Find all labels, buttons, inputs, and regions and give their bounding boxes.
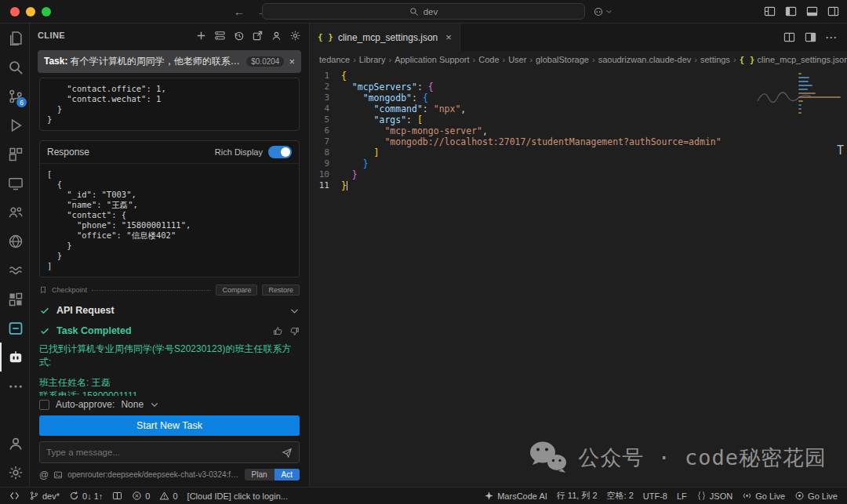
account-icon[interactable] bbox=[271, 30, 282, 42]
checkpoint-compare-button[interactable]: Compare bbox=[216, 285, 257, 296]
breadcrumb-item[interactable]: Library bbox=[359, 55, 386, 64]
activity-item-waves[interactable] bbox=[0, 256, 29, 285]
status-editor-layout[interactable] bbox=[107, 488, 127, 504]
status-go-live-2[interactable]: Go Live bbox=[790, 488, 842, 504]
cline-header: CLINE bbox=[30, 24, 309, 47]
activity-item-manage-settings[interactable] bbox=[0, 458, 29, 487]
more-actions-icon[interactable]: ··· bbox=[826, 32, 838, 43]
breadcrumb-item[interactable]: Application Support bbox=[394, 55, 469, 64]
status-problems-warnings[interactable]: 0 bbox=[154, 488, 182, 504]
command-center-search[interactable]: dev bbox=[262, 3, 585, 20]
editor-code-line[interactable]: 9 } bbox=[310, 158, 847, 169]
activity-item-extensions[interactable] bbox=[0, 140, 29, 169]
activity-item-cline[interactable] bbox=[0, 343, 29, 372]
breadcrumb-item[interactable]: globalStorage bbox=[536, 55, 589, 64]
live-preview-icon bbox=[8, 234, 24, 249]
new-task-icon[interactable] bbox=[195, 30, 207, 42]
minimize-window-button[interactable] bbox=[26, 7, 35, 16]
breadcrumb-item[interactable]: Code bbox=[478, 55, 499, 64]
settings-gear-icon[interactable] bbox=[289, 30, 301, 42]
status-go-live[interactable]: Go Live bbox=[737, 488, 790, 504]
thumbs-up-icon[interactable] bbox=[273, 326, 283, 336]
activity-item-search[interactable] bbox=[0, 53, 29, 82]
status-indentation[interactable]: 空格: 2 bbox=[602, 488, 638, 504]
status-cloud-ide-login[interactable]: [Cloud IDE] click to login... bbox=[183, 488, 293, 504]
breadcrumb-item[interactable]: { } cline_mcp_settings.json bbox=[740, 55, 847, 65]
editor-code-line[interactable]: 5 "args": [ bbox=[310, 114, 847, 125]
thumbs-down-icon[interactable] bbox=[289, 326, 300, 336]
auto-approve-row[interactable]: Auto-approve: None bbox=[39, 399, 300, 410]
completion-line: 班主任姓名: 王磊 bbox=[39, 376, 300, 390]
close-tab-icon[interactable]: × bbox=[445, 31, 452, 43]
mcp-servers-icon[interactable] bbox=[214, 30, 226, 42]
activity-item-container-tools[interactable] bbox=[0, 314, 29, 343]
message-input[interactable] bbox=[46, 448, 277, 457]
breadcrumb-item[interactable]: User bbox=[508, 55, 526, 64]
line-number: 2 bbox=[310, 82, 341, 92]
cline-sidebar: CLINE Task: 有个学计算机的周同学，他老师的联系方式... $0.02… bbox=[30, 24, 310, 487]
tab-cline-mcp-settings[interactable]: { } cline_mcp_settings.json × bbox=[310, 24, 460, 51]
breadcrumb-item[interactable]: tedance bbox=[319, 55, 350, 64]
status-language-mode[interactable]: JSON bbox=[692, 488, 737, 504]
status-marscode-ai[interactable]: MarsCode AI bbox=[479, 488, 552, 504]
status-eol-text: LF bbox=[677, 491, 687, 501]
checkpoint-restore-button[interactable]: Restore bbox=[262, 285, 300, 296]
decorative-letter: T bbox=[837, 143, 844, 158]
chevron-down-icon[interactable] bbox=[289, 306, 300, 316]
customize-layout-icon[interactable] bbox=[764, 5, 776, 17]
status-eol[interactable]: LF bbox=[672, 488, 692, 504]
toggle-secondary-sidebar-icon[interactable] bbox=[827, 5, 839, 17]
activity-item-run-debug[interactable] bbox=[0, 111, 29, 140]
zoom-window-button[interactable] bbox=[42, 7, 51, 16]
activity-item-live-preview[interactable] bbox=[0, 227, 29, 256]
mention-icon[interactable]: @ bbox=[39, 470, 49, 480]
copilot-menu[interactable] bbox=[593, 6, 613, 17]
wechat-logo-icon bbox=[527, 439, 568, 476]
activity-item-source-control[interactable]: 6 bbox=[0, 82, 29, 111]
editor-code-line[interactable]: 11} bbox=[310, 180, 847, 191]
rich-display-toggle[interactable] bbox=[268, 146, 292, 158]
back-button[interactable]: ← bbox=[234, 5, 245, 18]
image-icon[interactable] bbox=[53, 470, 63, 480]
open-in-editor-icon[interactable] bbox=[252, 30, 264, 42]
activity-item-organization[interactable] bbox=[0, 198, 29, 227]
status-cursor-position[interactable]: 行 11, 列 2 bbox=[552, 488, 602, 504]
model-selector[interactable]: openrouter:deepseek/deepseek-chat-v3-032… bbox=[67, 470, 239, 479]
code-editor[interactable]: 1{2 "mcpServers": {3 "mongodb": {4 "comm… bbox=[310, 68, 847, 487]
close-window-button[interactable] bbox=[10, 7, 20, 16]
activity-item-explorer[interactable] bbox=[0, 24, 29, 53]
send-icon[interactable] bbox=[282, 447, 293, 458]
breadcrumb-item[interactable]: settings bbox=[700, 55, 730, 64]
activity-item-more-views[interactable] bbox=[0, 372, 29, 401]
status-problems-errors[interactable]: 0 bbox=[127, 488, 154, 504]
act-mode-button[interactable]: Act bbox=[274, 469, 300, 480]
start-new-task-button[interactable]: Start New Task bbox=[39, 415, 300, 436]
activity-item-remote-explorer[interactable] bbox=[0, 169, 29, 198]
activity-item-blocks[interactable] bbox=[0, 285, 29, 314]
api-request-row[interactable]: API Request bbox=[39, 305, 300, 316]
task-close-icon[interactable]: × bbox=[289, 56, 295, 67]
editor-code-line[interactable]: 8 ] bbox=[310, 147, 847, 158]
editor-code-line[interactable]: 6 "mcp-mongo-server", bbox=[310, 125, 847, 136]
line-number: 6 bbox=[310, 125, 341, 136]
toggle-panel-icon[interactable] bbox=[806, 5, 818, 17]
status-remote[interactable] bbox=[5, 488, 24, 504]
history-icon[interactable] bbox=[233, 30, 245, 42]
status-encoding[interactable]: UTF-8 bbox=[638, 488, 672, 504]
editor-code-line[interactable]: 7 "mongodb://localhost:27017/studentMana… bbox=[310, 136, 847, 147]
chat-scroll-area[interactable]: "contact.office": 1, "contact.wechat": 1… bbox=[30, 78, 309, 396]
plan-mode-button[interactable]: Plan bbox=[245, 469, 274, 480]
code-line: "contact.wechat": 1 bbox=[47, 94, 292, 104]
status-branch[interactable]: dev* bbox=[24, 488, 64, 504]
editor-code-line[interactable]: 10 } bbox=[310, 169, 847, 180]
breadcrumb-item[interactable]: saoudrizwan.claude-dev bbox=[598, 55, 692, 64]
split-editor-icon[interactable] bbox=[783, 31, 795, 43]
toggle-primary-sidebar-icon[interactable] bbox=[785, 5, 797, 17]
editor-code-line[interactable]: 1{ bbox=[310, 71, 847, 82]
breadcrumb-separator: › bbox=[592, 55, 595, 64]
activity-item-accounts[interactable] bbox=[0, 429, 29, 458]
auto-approve-checkbox[interactable] bbox=[39, 400, 49, 410]
task-banner[interactable]: Task: 有个学计算机的周同学，他老师的联系方式... $0.0204 × bbox=[38, 50, 301, 73]
status-sync-changes[interactable]: 0↓ 1↑ bbox=[64, 488, 107, 504]
toggle-layout-icon[interactable] bbox=[805, 31, 816, 43]
